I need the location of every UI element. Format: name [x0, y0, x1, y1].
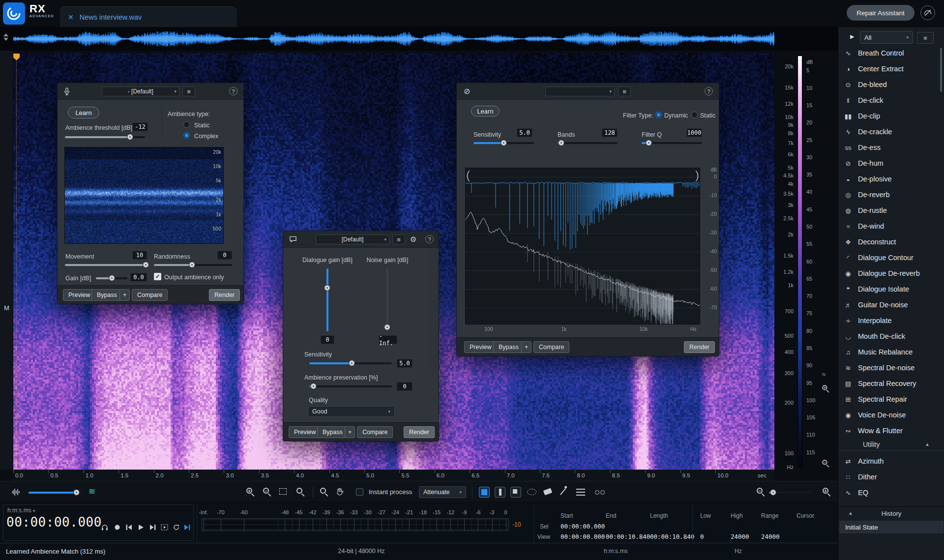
- module-item-de-wind[interactable]: ≈De-wind: [838, 219, 944, 234]
- compare-button[interactable]: Compare: [533, 341, 569, 353]
- help-button[interactable]: ?: [229, 87, 237, 95]
- play-icon[interactable]: [137, 524, 145, 533]
- module-item-de-rustle[interactable]: ◍De-rustle: [838, 203, 944, 218]
- module-item-de-reverb[interactable]: ◎De-reverb: [838, 187, 944, 202]
- vertical-zoom-out-icon[interactable]: [822, 460, 830, 468]
- bypass-button[interactable]: Bypass: [493, 341, 524, 353]
- repair-assistant-button[interactable]: Repair Assistant: [847, 5, 914, 21]
- time-ruler[interactable]: 0.00.51.01.52.02.53.03.54.04.55.05.56.06…: [13, 470, 774, 481]
- ambience-type-complex-label[interactable]: Complex: [194, 133, 218, 140]
- timeline-zoom-in-icon[interactable]: [822, 487, 832, 497]
- sel-start-value[interactable]: 00:00:00.000: [560, 523, 605, 530]
- module-item-de-click[interactable]: ‖De-click: [838, 93, 944, 108]
- compare-button[interactable]: Compare: [357, 426, 393, 438]
- view-balance-slider[interactable]: [29, 492, 84, 494]
- filter-type-static-label[interactable]: Static: [700, 112, 715, 119]
- module-item-mouth-de-click[interactable]: ◡Mouth De-click: [838, 329, 944, 344]
- preview-button[interactable]: Preview: [63, 289, 95, 301]
- module-item-de-ess[interactable]: ssDe-ess: [838, 140, 944, 155]
- module-item-eq[interactable]: ∿EQ: [838, 485, 944, 500]
- learn-button[interactable]: Learn: [471, 106, 500, 117]
- filter-type-dynamic-radio[interactable]: [655, 112, 662, 118]
- render-button[interactable]: Render: [209, 289, 240, 301]
- scale-options-icon[interactable]: ≈: [822, 370, 826, 378]
- module-item-breath-control[interactable]: ∿Breath Control: [838, 46, 944, 60]
- history-header[interactable]: ▲ History: [838, 507, 944, 521]
- selection-mode-timefreq-icon[interactable]: [495, 487, 505, 498]
- module-item-dialogue-de-reverb[interactable]: ◉Dialogue De-reverb: [838, 266, 944, 281]
- module-item-dialogue-isolate[interactable]: ❝Dialogue Isolate: [838, 282, 944, 296]
- harmonics-tool-icon[interactable]: [576, 489, 585, 496]
- quality-dropdown[interactable]: Good: [308, 406, 395, 417]
- timeline-zoom-out-icon[interactable]: [756, 487, 766, 497]
- render-button[interactable]: Render: [684, 341, 715, 353]
- movement-slider[interactable]: [65, 264, 148, 266]
- output-ambience-checkbox[interactable]: [154, 273, 161, 280]
- render-button[interactable]: Render: [404, 426, 435, 438]
- sensitivity-slider[interactable]: [309, 362, 392, 364]
- help-button[interactable]: ?: [705, 87, 713, 95]
- module-item-music-rebalance[interactable]: ♫Music Rebalance: [838, 345, 944, 359]
- module-item-voice-de-noise[interactable]: ◉Voice De-noise: [838, 408, 944, 422]
- filter-q-value[interactable]: 1000: [686, 128, 702, 137]
- curve-handle-left[interactable]: (: [466, 169, 470, 181]
- module-item-de-crackle[interactable]: ϟDe-crackle: [838, 124, 944, 139]
- preview-button[interactable]: Preview: [289, 426, 321, 438]
- learn-button[interactable]: Learn: [68, 107, 99, 118]
- curve-handle-right[interactable]: ): [695, 169, 699, 181]
- filter-type-static-radio[interactable]: [691, 112, 698, 118]
- add-button[interactable]: +: [119, 289, 130, 301]
- document-tab[interactable]: ✕ News interview.wav: [60, 6, 237, 27]
- monitor-icon[interactable]: [101, 524, 109, 533]
- time-display[interactable]: 00:00:00.000: [6, 515, 102, 530]
- ambience-threshold-slider[interactable]: [65, 136, 145, 138]
- next-icon[interactable]: [149, 524, 156, 533]
- module-item-de-hum[interactable]: ⊘De-hum: [838, 156, 944, 171]
- module-item-spectral-repair[interactable]: ⊞Spectral Repair: [838, 392, 944, 407]
- vertical-zoom-in-icon[interactable]: [822, 385, 830, 393]
- bands-value[interactable]: 128: [602, 128, 618, 137]
- previous-icon[interactable]: [125, 524, 133, 533]
- module-item-wow-flutter[interactable]: ∾Wow & Flutter: [838, 423, 944, 438]
- play-selection-icon[interactable]: [183, 524, 191, 533]
- module-item-dialogue-contour[interactable]: ◜Dialogue Contour: [838, 250, 944, 265]
- movement-value[interactable]: 10: [132, 251, 147, 260]
- module-item-deconstruct[interactable]: ❖Deconstruct: [838, 235, 944, 249]
- preview-button[interactable]: Preview: [464, 341, 497, 353]
- output-ambience-label[interactable]: Output ambience only: [164, 274, 224, 281]
- overview-resize-icon[interactable]: [3, 33, 8, 41]
- zoom-in-icon[interactable]: [246, 487, 256, 497]
- ambience-type-complex-radio[interactable]: [183, 132, 190, 139]
- process-mode-dropdown[interactable]: Attenuate: [419, 486, 466, 498]
- range-low-value[interactable]: 0: [700, 533, 704, 540]
- ambience-threshold-value[interactable]: -12: [132, 122, 148, 131]
- noise-gain-slider[interactable]: [386, 268, 388, 331]
- module-item-dither[interactable]: ∷Dither: [838, 470, 944, 484]
- utility-section-header[interactable]: Utility ▲: [838, 438, 944, 451]
- magic-wand-icon[interactable]: [560, 488, 566, 495]
- ambience-type-static-radio[interactable]: [183, 121, 190, 128]
- module-item-guitar-de-noise[interactable]: ♬Guitar De-noise: [838, 297, 944, 312]
- ambience-type-static-label[interactable]: Static: [194, 122, 209, 129]
- module-item-interpolate[interactable]: ∻Interpolate: [838, 313, 944, 328]
- add-button[interactable]: +: [345, 426, 355, 438]
- compare-button[interactable]: Compare: [132, 289, 168, 301]
- lasso-tool-icon[interactable]: [527, 489, 536, 495]
- preset-selector[interactable]: [545, 87, 615, 96]
- spectrogram-view-icon[interactable]: ≋: [88, 486, 95, 497]
- range-high-value[interactable]: 24000: [731, 533, 749, 540]
- bypass-button[interactable]: Bypass: [91, 289, 122, 301]
- module-item-center-extract[interactable]: ◑Center Extract: [838, 61, 944, 76]
- dialogue-gain-value[interactable]: 0: [321, 335, 334, 344]
- gain-slider[interactable]: [96, 277, 127, 279]
- noise-profile-canvas[interactable]: [466, 168, 700, 324]
- tab-close-icon[interactable]: ✕: [68, 13, 74, 21]
- zoom-selection-icon[interactable]: [279, 488, 287, 495]
- preset-selector[interactable]: ▪ [Default]: [102, 87, 179, 96]
- history-item[interactable]: Initial State: [839, 521, 944, 533]
- randomness-slider[interactable]: [154, 264, 232, 266]
- help-button[interactable]: ?: [425, 235, 434, 243]
- selection-mode-freq-icon[interactable]: [510, 487, 521, 498]
- module-item-azimuth[interactable]: ⇄Azimuth: [838, 454, 944, 469]
- gain-value[interactable]: 0.0: [130, 273, 147, 282]
